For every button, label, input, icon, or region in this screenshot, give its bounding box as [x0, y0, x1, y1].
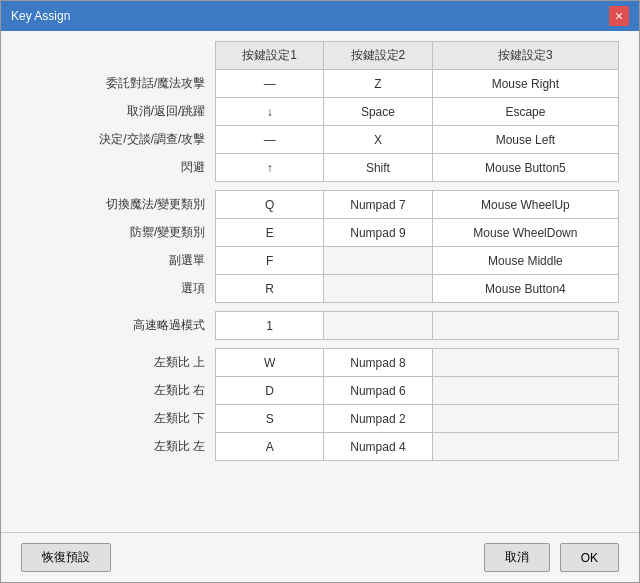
spacer-cell [324, 340, 433, 349]
row-label: 取消/返回/跳躍 [21, 98, 216, 126]
table-row: 取消/返回/跳躍↓SpaceEscape [21, 98, 619, 126]
row-value-1: W [216, 349, 324, 377]
row-label: 左類比 右 [21, 377, 216, 405]
row-value-1: D [216, 377, 324, 405]
spacer-cell [432, 303, 618, 312]
table-row: 左類比 右DNumpad 6 [21, 377, 619, 405]
row-value-2: Z [324, 70, 433, 98]
row-value-2: Numpad 8 [324, 349, 433, 377]
row-value-1: R [216, 275, 324, 303]
row-value-3 [432, 405, 618, 433]
spacer-cell [21, 340, 216, 349]
row-value-1: A [216, 433, 324, 461]
row-value-2 [324, 275, 433, 303]
row-value-3: Mouse Right [432, 70, 618, 98]
row-value-3 [432, 377, 618, 405]
spacer-cell [216, 340, 324, 349]
table-row: 左類比 左ANumpad 4 [21, 433, 619, 461]
row-value-3 [432, 312, 618, 340]
row-label: 左類比 下 [21, 405, 216, 433]
row-label: 切換魔法/變更類別 [21, 191, 216, 219]
row-label: 防禦/變更類別 [21, 219, 216, 247]
row-label: 閃避 [21, 154, 216, 182]
table-row: 選項RMouse Button4 [21, 275, 619, 303]
row-value-3: Mouse WheelUp [432, 191, 618, 219]
table-row: 決定/交談/調查/攻擊—XMouse Left [21, 126, 619, 154]
row-value-3: Mouse Middle [432, 247, 618, 275]
row-value-1: ↑ [216, 154, 324, 182]
table-row: 左類比 上WNumpad 8 [21, 349, 619, 377]
row-value-1: E [216, 219, 324, 247]
row-value-1: S [216, 405, 324, 433]
window-title: Key Assign [11, 9, 70, 23]
spacer-cell [216, 303, 324, 312]
row-label: 左類比 上 [21, 349, 216, 377]
col-header-label [21, 42, 216, 70]
footer: 恢復預設 取消 OK [1, 532, 639, 582]
table-row: 閃避↑ShiftMouse Button5 [21, 154, 619, 182]
row-label: 副選單 [21, 247, 216, 275]
row-value-3: Mouse Button4 [432, 275, 618, 303]
row-value-2: Numpad 2 [324, 405, 433, 433]
row-value-1: F [216, 247, 324, 275]
restore-defaults-button[interactable]: 恢復預設 [21, 543, 111, 572]
row-label: 左類比 左 [21, 433, 216, 461]
table-row: 左類比 下SNumpad 2 [21, 405, 619, 433]
key-assign-window: Key Assign × 按鍵設定1 按鍵設定2 按鍵設定3 委託對話/魔法攻擊… [0, 0, 640, 583]
row-value-1: Q [216, 191, 324, 219]
row-value-3 [432, 349, 618, 377]
table-row: 防禦/變更類別ENumpad 9Mouse WheelDown [21, 219, 619, 247]
row-value-1: — [216, 70, 324, 98]
row-value-2 [324, 312, 433, 340]
row-value-2: Numpad 6 [324, 377, 433, 405]
row-value-2: Numpad 7 [324, 191, 433, 219]
row-value-2 [324, 247, 433, 275]
cancel-button[interactable]: 取消 [484, 543, 550, 572]
row-label: 決定/交談/調查/攻擊 [21, 126, 216, 154]
row-value-2: Space [324, 98, 433, 126]
row-value-3: Mouse WheelDown [432, 219, 618, 247]
spacer-cell [432, 340, 618, 349]
spacer-cell [216, 182, 324, 191]
row-label: 委託對話/魔法攻擊 [21, 70, 216, 98]
col-header-1: 按鍵設定1 [216, 42, 324, 70]
spacer-cell [432, 182, 618, 191]
key-assign-table: 按鍵設定1 按鍵設定2 按鍵設定3 委託對話/魔法攻擊—ZMouse Right… [21, 41, 619, 461]
row-value-1: — [216, 126, 324, 154]
row-value-3: Escape [432, 98, 618, 126]
row-label: 高速略過模式 [21, 312, 216, 340]
footer-center-buttons: 取消 OK [484, 543, 619, 572]
row-value-1: 1 [216, 312, 324, 340]
table-row: 高速略過模式1 [21, 312, 619, 340]
close-button[interactable]: × [609, 6, 629, 26]
main-content: 按鍵設定1 按鍵設定2 按鍵設定3 委託對話/魔法攻擊—ZMouse Right… [1, 31, 639, 532]
row-value-3 [432, 433, 618, 461]
table-row: 切換魔法/變更類別QNumpad 7Mouse WheelUp [21, 191, 619, 219]
col-header-2: 按鍵設定2 [324, 42, 433, 70]
table-row: 委託對話/魔法攻擊—ZMouse Right [21, 70, 619, 98]
ok-button[interactable]: OK [560, 543, 619, 572]
row-value-2: Shift [324, 154, 433, 182]
spacer-cell [324, 303, 433, 312]
row-value-3: Mouse Left [432, 126, 618, 154]
col-header-3: 按鍵設定3 [432, 42, 618, 70]
table-row: 副選單FMouse Middle [21, 247, 619, 275]
spacer-cell [21, 182, 216, 191]
title-bar: Key Assign × [1, 1, 639, 31]
spacer-cell [324, 182, 433, 191]
spacer-cell [21, 303, 216, 312]
row-value-3: Mouse Button5 [432, 154, 618, 182]
row-value-2: Numpad 4 [324, 433, 433, 461]
row-value-2: X [324, 126, 433, 154]
row-label: 選項 [21, 275, 216, 303]
row-value-1: ↓ [216, 98, 324, 126]
row-value-2: Numpad 9 [324, 219, 433, 247]
